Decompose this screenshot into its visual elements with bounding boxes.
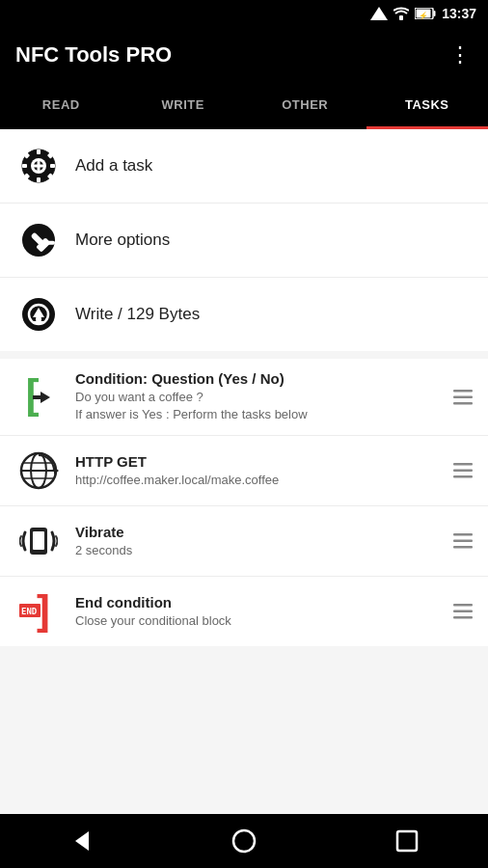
http-task-handle[interactable] bbox=[444, 463, 473, 478]
svg-rect-18 bbox=[33, 165, 44, 168]
svg-rect-54 bbox=[453, 616, 473, 619]
http-task-subtitle: http://coffee.maker.local/make.coffee bbox=[75, 472, 444, 489]
action-section: Add a task More options bbox=[0, 129, 488, 351]
main-content: Add a task More options bbox=[0, 129, 488, 814]
end-condition-task-handle[interactable] bbox=[444, 604, 473, 619]
condition-task-text: Condition: Question (Yes / No) Do you wa… bbox=[75, 370, 444, 423]
svg-rect-44 bbox=[33, 531, 44, 550]
time-display: 13:37 bbox=[442, 6, 476, 21]
condition-task-subtitle: Do you want a coffee ? If answer is Yes … bbox=[75, 389, 444, 423]
end-condition-task-text: End condition Close your conditional blo… bbox=[75, 594, 444, 630]
task-row-condition[interactable]: [ Condition: Question (Yes / No) Do you … bbox=[0, 359, 488, 436]
svg-rect-26 bbox=[36, 317, 41, 321]
write-row[interactable]: Write / 129 Bytes bbox=[0, 278, 488, 351]
add-task-label: Add a task bbox=[75, 156, 152, 176]
bottom-nav bbox=[0, 814, 488, 868]
status-bar: ⚡ 13:37 bbox=[0, 0, 488, 27]
svg-rect-40 bbox=[453, 463, 473, 466]
svg-rect-57 bbox=[397, 831, 417, 851]
tab-read[interactable]: READ bbox=[0, 83, 122, 129]
end-condition-task-icon: ] END bbox=[15, 588, 62, 635]
more-options-row[interactable]: More options bbox=[0, 203, 488, 278]
svg-rect-47 bbox=[453, 546, 473, 549]
signal-icon bbox=[370, 7, 388, 20]
http-task-icon bbox=[15, 448, 62, 494]
status-icons: ⚡ 13:37 bbox=[370, 6, 476, 21]
svg-marker-0 bbox=[370, 7, 388, 20]
more-options-label: More options bbox=[75, 231, 170, 250]
svg-rect-27 bbox=[33, 321, 44, 324]
app-title: NFC Tools PRO bbox=[15, 42, 172, 68]
task-section: [ Condition: Question (Yes / No) Do you … bbox=[0, 359, 488, 646]
vibrate-task-title: Vibrate bbox=[75, 524, 444, 540]
condition-task-icon: [ bbox=[15, 374, 62, 420]
svg-rect-32 bbox=[453, 395, 473, 398]
add-task-row[interactable]: Add a task bbox=[0, 129, 488, 203]
svg-rect-41 bbox=[453, 470, 473, 473]
svg-marker-55 bbox=[75, 831, 89, 851]
svg-rect-52 bbox=[453, 604, 473, 607]
http-task-title: HTTP GET bbox=[75, 453, 444, 470]
svg-rect-3 bbox=[434, 11, 436, 16]
svg-rect-42 bbox=[453, 475, 473, 478]
svg-rect-33 bbox=[453, 402, 473, 405]
vibrate-task-subtitle: 2 seconds bbox=[75, 542, 444, 559]
svg-rect-46 bbox=[453, 540, 473, 543]
svg-rect-9 bbox=[22, 164, 27, 168]
condition-task-title: Condition: Question (Yes / No) bbox=[75, 370, 444, 387]
svg-rect-1 bbox=[399, 15, 403, 20]
svg-rect-45 bbox=[453, 533, 473, 536]
end-condition-task-title: End condition bbox=[75, 594, 444, 610]
svg-rect-8 bbox=[37, 177, 41, 182]
http-task-text: HTTP GET http://coffee.maker.local/make.… bbox=[75, 453, 444, 489]
vibrate-task-handle[interactable] bbox=[444, 533, 473, 549]
svg-rect-7 bbox=[37, 149, 41, 154]
svg-rect-30 bbox=[33, 395, 42, 399]
app-bar: NFC Tools PRO ⋮ bbox=[0, 27, 488, 83]
task-row-http[interactable]: HTTP GET http://coffee.maker.local/make.… bbox=[0, 436, 488, 506]
tab-write[interactable]: WRITE bbox=[122, 83, 245, 129]
write-icon bbox=[15, 291, 62, 338]
tab-tasks[interactable]: TASKS bbox=[366, 83, 489, 129]
svg-rect-31 bbox=[453, 390, 473, 393]
add-task-icon bbox=[15, 143, 62, 189]
more-options-icon bbox=[15, 217, 62, 263]
task-row-end-condition[interactable]: ] END End condition Close your condition… bbox=[0, 577, 488, 646]
svg-rect-10 bbox=[50, 164, 55, 168]
tab-other[interactable]: OTHER bbox=[244, 83, 366, 129]
end-condition-task-subtitle: Close your conditional block bbox=[75, 612, 444, 630]
condition-task-handle[interactable] bbox=[444, 390, 473, 405]
write-label: Write / 129 Bytes bbox=[75, 305, 200, 324]
svg-point-56 bbox=[233, 830, 255, 852]
battery-icon: ⚡ bbox=[415, 8, 436, 19]
recent-button[interactable] bbox=[383, 817, 431, 865]
task-row-vibrate[interactable]: Vibrate 2 seconds bbox=[0, 506, 488, 577]
svg-text:⚡: ⚡ bbox=[419, 11, 428, 19]
tab-bar: READ WRITE OTHER TASKS bbox=[0, 83, 488, 129]
back-button[interactable] bbox=[57, 817, 105, 865]
svg-rect-53 bbox=[453, 610, 473, 613]
home-button[interactable] bbox=[220, 817, 268, 865]
overflow-menu-button[interactable]: ⋮ bbox=[449, 42, 473, 68]
vibrate-task-icon bbox=[15, 518, 62, 564]
svg-rect-22 bbox=[45, 241, 55, 245]
svg-text:END: END bbox=[21, 607, 38, 616]
wifi-icon bbox=[393, 7, 409, 20]
vibrate-task-text: Vibrate 2 seconds bbox=[75, 524, 444, 559]
